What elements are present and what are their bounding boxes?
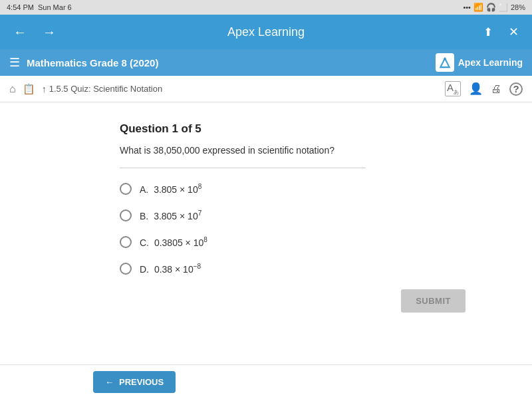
option-d[interactable]: D. 0.38 × 10−8 [120, 263, 505, 275]
option-a-label: A. [140, 184, 148, 195]
wifi-icon: 📶 [473, 3, 483, 12]
prev-label: PREVIOUS [119, 377, 164, 387]
dots-icon: ••• [463, 3, 471, 11]
breadcrumb-bar: ⌂ 📋 ↑ 1.5.5 Quiz: Scientific Notation Aあ… [0, 76, 532, 102]
close-button[interactable]: ✕ [506, 22, 521, 42]
prev-arrow-icon: ← [105, 377, 114, 387]
option-c-text: 0.3805 × 108 [154, 237, 207, 248]
top-nav-bar: ← → Apex Learning ⬆ ✕ [0, 15, 532, 49]
option-d-label: D. [140, 264, 149, 275]
option-d-text: 0.38 × 10−8 [154, 264, 201, 275]
apex-logo-icon [436, 53, 454, 72]
question-divider [120, 168, 366, 168]
radio-d[interactable] [120, 263, 132, 275]
main-content: Question 1 of 5 What is 38,050,000 expre… [0, 102, 532, 364]
apex-logo-text: Apex Learning [458, 57, 523, 68]
option-b-text: 3.805 × 107 [154, 211, 201, 221]
option-c[interactable]: C. 0.3805 × 108 [120, 236, 505, 248]
breadcrumb-quiz-label: 1.5.5 Quiz: Scientific Notation [49, 84, 163, 94]
option-c-label: C. [140, 237, 149, 248]
nav-title: Apex Learning [227, 25, 305, 39]
status-date: Sun Mar 6 [38, 3, 72, 11]
print-icon[interactable]: 🖨 [491, 83, 501, 95]
question-header: Question 1 of 5 [120, 122, 505, 136]
option-a[interactable]: A. 3.805 × 108 [120, 183, 505, 195]
battery-icon: ⬜ [499, 3, 508, 12]
headphone-icon: 🎧 [486, 3, 496, 12]
bottom-bar: ← PREVIOUS [0, 364, 532, 399]
course-bar: ☰ Mathematics Grade 8 (2020) Apex Learni… [0, 49, 532, 76]
home-icon[interactable]: ⌂ [9, 83, 16, 95]
share-button[interactable]: ⬆ [481, 23, 495, 42]
option-b-label: B. [140, 211, 148, 221]
person-icon[interactable]: 👤 [469, 82, 483, 96]
clipboard-icon[interactable]: 📋 [23, 83, 35, 95]
hamburger-menu-icon[interactable]: ☰ [9, 55, 20, 70]
option-b[interactable]: B. 3.805 × 107 [120, 209, 505, 221]
status-bar: 4:54 PM Sun Mar 6 ••• 📶 🎧 ⬜ 28% [0, 0, 532, 15]
back-button[interactable]: ← [11, 22, 29, 43]
previous-button[interactable]: ← PREVIOUS [93, 371, 176, 393]
forward-button[interactable]: → [40, 22, 59, 43]
question-text: What is 38,050,000 expressed in scientif… [120, 145, 505, 156]
status-time: 4:54 PM [7, 3, 34, 11]
apex-logo-area: Apex Learning [436, 53, 523, 72]
radio-c[interactable] [120, 236, 132, 248]
translate-icon[interactable]: Aあ [445, 81, 461, 96]
radio-b[interactable] [120, 209, 132, 221]
breadcrumb-up-icon: ↑ [42, 84, 47, 94]
svg-point-2 [444, 58, 446, 61]
course-title: Mathematics Grade 8 (2020) [27, 57, 158, 68]
option-a-text: 3.805 × 108 [154, 184, 201, 195]
help-icon[interactable]: ? [509, 82, 523, 96]
radio-a[interactable] [120, 183, 132, 195]
battery-percent: 28% [511, 3, 525, 11]
submit-area: SUBMIT [120, 289, 505, 313]
submit-button[interactable]: SUBMIT [401, 289, 466, 313]
